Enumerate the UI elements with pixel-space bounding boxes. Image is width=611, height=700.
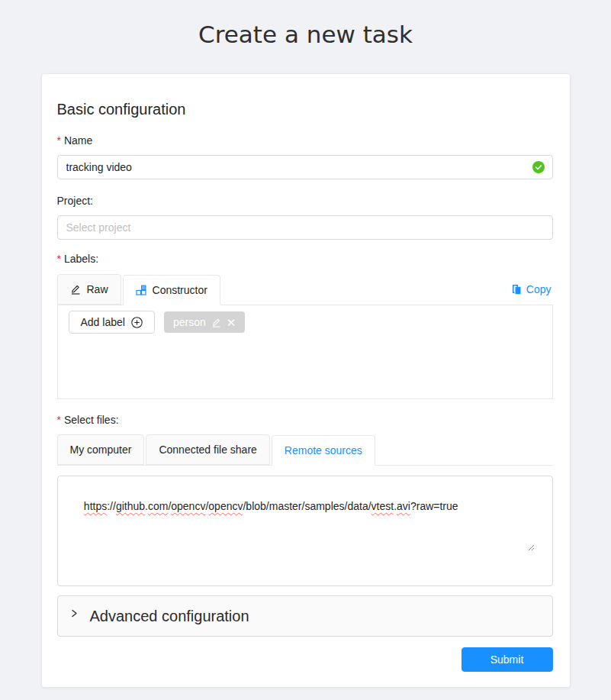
required-asterisk: * (57, 414, 61, 426)
labels-constructor-area: Add label person ✕ (57, 305, 553, 399)
plus-circle-icon (131, 317, 143, 328)
label-tag-name: person (173, 316, 206, 328)
files-form-item: *Select files: My computer Connected fil… (57, 411, 553, 586)
remote-url-text: https://github.com/opencv/opencv/blob/ma… (84, 500, 458, 512)
copy-icon (511, 284, 522, 295)
tab-constructor-label: Constructor (153, 284, 207, 296)
add-label-button-text: Add label (81, 316, 125, 328)
submit-row: Submit (57, 647, 553, 672)
name-input[interactable] (57, 155, 553, 179)
submit-button[interactable]: Submit (461, 647, 553, 672)
create-task-card: Basic configuration *Name Project: *Labe… (41, 73, 571, 688)
project-select-input[interactable] (57, 215, 553, 240)
tab-remote-sources-label: Remote sources (285, 444, 362, 456)
copy-button[interactable]: Copy (511, 283, 553, 295)
labels-tab-bar: Raw Constructor (57, 273, 553, 305)
required-asterisk: * (57, 134, 61, 147)
tab-my-computer[interactable]: My computer (57, 434, 145, 465)
edit-icon (70, 284, 81, 295)
project-form-item: Project: (57, 192, 553, 240)
project-select-wrap (57, 215, 553, 240)
close-icon[interactable]: ✕ (227, 317, 236, 328)
tab-raw[interactable]: Raw (57, 274, 121, 305)
tab-my-computer-label: My computer (70, 444, 132, 456)
required-asterisk: * (57, 253, 61, 265)
advanced-configuration-toggle[interactable]: Advanced configuration (57, 595, 553, 637)
page-title: Create a new task (0, 0, 611, 50)
name-input-wrap (57, 155, 553, 179)
labels-label: *Labels: (57, 250, 553, 267)
add-label-button[interactable]: Add label (69, 311, 155, 334)
name-form-item: *Name (57, 132, 553, 179)
label-tag-person[interactable]: person ✕ (164, 311, 245, 333)
tab-raw-label: Raw (87, 283, 108, 295)
build-icon (136, 285, 146, 295)
tab-constructor[interactable]: Constructor (123, 275, 220, 305)
labels-form-item: *Labels: Raw (57, 250, 553, 399)
chevron-right-icon (70, 609, 79, 618)
tab-connected-file-share[interactable]: Connected file share (146, 434, 269, 465)
name-label: *Name (57, 132, 553, 149)
select-files-label: *Select files: (57, 411, 553, 428)
copy-label: Copy (526, 283, 552, 295)
resize-handle-icon[interactable] (527, 510, 551, 585)
tab-connected-file-share-label: Connected file share (159, 444, 256, 456)
spacer (57, 466, 553, 476)
advanced-configuration-title: Advanced configuration (90, 605, 249, 627)
basic-configuration-heading: Basic configuration (57, 98, 553, 120)
files-tab-bar: My computer Connected file share Remote … (57, 434, 553, 466)
project-label: Project: (57, 192, 553, 209)
check-circle-icon (532, 161, 545, 173)
tab-remote-sources[interactable]: Remote sources (272, 435, 375, 466)
edit-icon[interactable] (211, 318, 221, 327)
remote-urls-editor[interactable]: https://github.com/opencv/opencv/blob/ma… (57, 476, 553, 586)
